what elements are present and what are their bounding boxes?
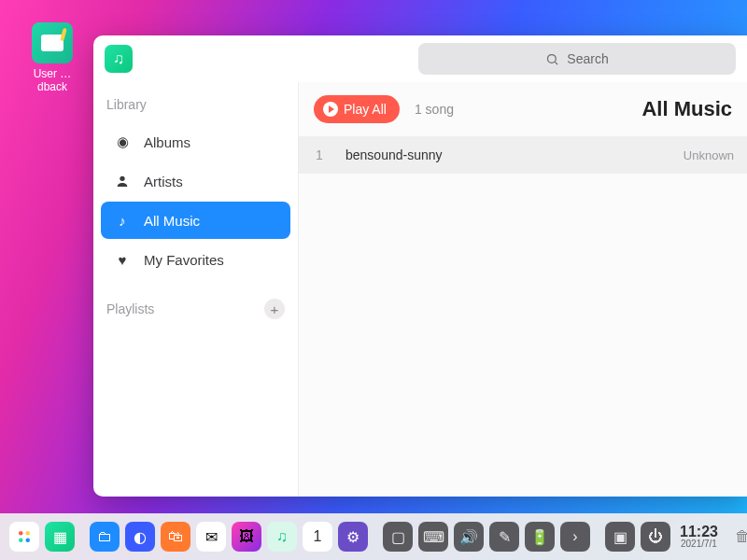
taskbar-app-1[interactable]: ▦: [45, 522, 75, 552]
sidebar-item-label: Albums: [144, 134, 190, 150]
svg-point-6: [26, 539, 31, 543]
store-icon[interactable]: 🛍: [161, 522, 190, 552]
table-row[interactable]: 1 bensound-sunny Unknown: [299, 136, 747, 174]
track-list: 1 bensound-sunny Unknown: [299, 136, 747, 174]
music-icon: ♪: [114, 213, 131, 229]
page-title: All Music: [641, 97, 732, 121]
sidebar-item-albums[interactable]: ◉ Albums: [101, 123, 290, 161]
file-manager-icon[interactable]: 🗀: [90, 522, 120, 552]
add-playlist-button[interactable]: +: [264, 299, 285, 319]
desktop-wallpaper: User …dback ♫ Search Library ◉ Albums: [0, 0, 747, 560]
clock-time: 11:23: [680, 525, 718, 539]
keyboard-icon[interactable]: ⌨: [418, 522, 448, 552]
svg-point-4: [26, 531, 31, 536]
toolbar: Play All 1 song All Music: [299, 82, 747, 136]
volume-icon[interactable]: 🔊: [454, 522, 484, 552]
sidebar-item-label: Artists: [144, 174, 183, 189]
artist-icon: [114, 174, 131, 189]
power-icon[interactable]: ⏻: [641, 522, 670, 552]
track-index: 1: [299, 147, 340, 162]
svg-point-5: [19, 539, 23, 543]
battery-icon[interactable]: 🔋: [525, 522, 555, 552]
play-all-label: Play All: [344, 102, 387, 117]
svg-point-2: [120, 176, 124, 181]
album-icon: ◉: [114, 133, 131, 150]
show-desktop-icon[interactable]: ▢: [383, 522, 413, 552]
play-all-button[interactable]: Play All: [314, 95, 400, 123]
sidebar-item-artists[interactable]: Artists: [101, 162, 290, 200]
tray-icon[interactable]: ▣: [605, 522, 635, 552]
main-panel: Play All 1 song All Music 1 bensound-sun…: [299, 82, 747, 497]
music-app-taskbar-icon[interactable]: ♫: [267, 522, 297, 552]
search-placeholder: Search: [567, 51, 608, 66]
clock-date: 2021/7/1: [681, 539, 717, 549]
svg-line-1: [556, 62, 558, 64]
taskbar-clock[interactable]: 11:23 2021/7/1: [676, 525, 722, 549]
sidebar: Library ◉ Albums Artists ♪ All Music: [93, 82, 299, 497]
track-artist: Unknown: [684, 148, 747, 162]
search-input[interactable]: Search: [418, 43, 736, 75]
window-body: Library ◉ Albums Artists ♪ All Music: [93, 82, 747, 497]
sidebar-item-label: All Music: [144, 213, 200, 229]
trash-icon[interactable]: 🗑: [727, 522, 747, 552]
settings-icon[interactable]: ⚙: [338, 522, 368, 552]
sidebar-header-playlists: Playlists +: [101, 291, 290, 329]
desktop-icon-user-feedback[interactable]: User …dback: [24, 22, 80, 93]
browser-icon[interactable]: ◐: [125, 522, 155, 552]
calendar-icon[interactable]: 1: [303, 522, 332, 552]
search-icon: [545, 52, 559, 66]
desktop-icon-label: User …dback: [24, 67, 80, 93]
play-icon: [323, 102, 338, 117]
svg-point-0: [548, 54, 557, 63]
sidebar-item-favorites[interactable]: ♥ My Favorites: [101, 241, 290, 278]
sidebar-item-label: My Favorites: [144, 252, 224, 268]
launcher-icon[interactable]: [9, 522, 39, 552]
music-app-window: ♫ Search Library ◉ Albums Arti: [93, 35, 747, 497]
heart-icon: ♥: [114, 252, 131, 268]
network-icon[interactable]: ✎: [489, 522, 519, 552]
feedback-icon: [32, 22, 73, 63]
gallery-icon[interactable]: 🖼: [232, 522, 261, 552]
sidebar-header-library: Library: [101, 90, 290, 121]
titlebar: ♫ Search: [93, 35, 747, 82]
taskbar: ▦ 🗀 ◐ 🛍 ✉ 🖼 ♫ 1 ⚙ ▢ ⌨ 🔊 ✎ 🔋 › ▣ ⏻ 11:23 …: [0, 513, 747, 560]
track-name: bensound-sunny: [340, 147, 684, 162]
chevron-right-icon[interactable]: ›: [560, 522, 590, 552]
sidebar-item-all-music[interactable]: ♪ All Music: [101, 202, 290, 239]
mail-icon[interactable]: ✉: [196, 522, 226, 552]
app-icon: ♫: [105, 45, 133, 73]
song-count: 1 song: [415, 102, 454, 117]
svg-point-3: [19, 531, 23, 536]
